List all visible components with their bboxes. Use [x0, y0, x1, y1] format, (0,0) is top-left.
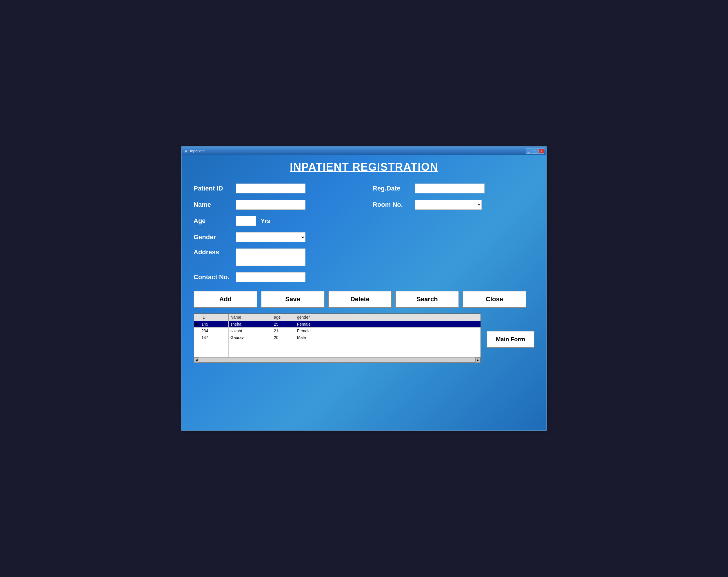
- minimize-button[interactable]: _: [526, 148, 531, 154]
- patient-id-input[interactable]: [236, 183, 306, 193]
- form-right: Reg.Date Room No. 101 102 103 104: [373, 183, 535, 282]
- table-row[interactable]: 234 sakshi 21 Female: [194, 328, 480, 334]
- cell-name-2: sakshi: [229, 328, 272, 334]
- col-header-gender: gender: [295, 314, 333, 321]
- form-left: Patient ID Name Age Yrs Gender: [193, 183, 355, 282]
- grid-header: ID Name age gender: [194, 314, 480, 321]
- scroll-right-button[interactable]: ▶: [475, 357, 480, 363]
- age-unit-label: Yrs: [261, 218, 270, 224]
- scroll-left-button[interactable]: ◀: [194, 357, 199, 363]
- main-window: 🖥 Inpatient _ □ X INPATIENT REGISTRATION…: [181, 146, 547, 431]
- col-header-name: Name: [229, 314, 272, 321]
- name-label: Name: [193, 201, 231, 208]
- cell-name-3: Gaurav: [229, 334, 272, 341]
- gender-label: Gender: [193, 233, 231, 241]
- row-arrow-1: ▶: [194, 321, 200, 327]
- title-bar: 🖥 Inpatient _ □ X: [182, 147, 546, 155]
- cell-age-1: 25: [272, 321, 295, 327]
- contact-label: Contact No.: [193, 273, 231, 281]
- cell-name-1: sneha: [229, 321, 272, 327]
- name-input[interactable]: [236, 200, 306, 210]
- delete-button[interactable]: Delete: [328, 291, 392, 308]
- gender-row: Gender Male Female Other: [193, 232, 355, 242]
- col-header-age: age: [272, 314, 295, 321]
- cell-id-1: 145: [200, 321, 229, 327]
- room-no-label: Room No.: [373, 201, 410, 208]
- cell-gender-1: Female: [295, 321, 333, 327]
- window-content: INPATIENT REGISTRATION Patient ID Name A…: [182, 155, 546, 430]
- save-button[interactable]: Save: [261, 291, 324, 308]
- table-row-empty: [194, 349, 480, 357]
- main-form-button[interactable]: Main Form: [487, 331, 535, 348]
- reg-date-row: Reg.Date: [373, 183, 535, 193]
- table-row[interactable]: 147 Gaurav 20 Male: [194, 334, 480, 341]
- patient-id-label: Patient ID: [193, 185, 231, 192]
- data-grid-section: ID Name age gender ▶ 145 sneha 25 Female…: [193, 313, 535, 363]
- grid-row-indicator-header: [194, 314, 200, 321]
- address-label: Address: [193, 249, 231, 256]
- close-button[interactable]: Close: [463, 291, 526, 308]
- cell-age-2: 21: [272, 328, 295, 334]
- age-input[interactable]: [236, 216, 256, 226]
- search-button[interactable]: Search: [395, 291, 459, 308]
- age-label: Age: [193, 217, 231, 225]
- address-row: Address: [193, 249, 355, 266]
- patient-id-row: Patient ID: [193, 183, 355, 193]
- col-header-id: ID: [200, 314, 229, 321]
- page-title: INPATIENT REGISTRATION: [193, 161, 535, 173]
- window-title: Inpatient: [190, 149, 205, 153]
- table-row-empty: [194, 341, 480, 349]
- cell-age-3: 20: [272, 334, 295, 341]
- cell-gender-3: Male: [295, 334, 333, 341]
- cell-id-2: 234: [200, 328, 229, 334]
- gender-select[interactable]: Male Female Other: [236, 232, 306, 242]
- window-icon: 🖥: [184, 149, 188, 153]
- maximize-button[interactable]: □: [532, 148, 538, 154]
- data-grid: ID Name age gender ▶ 145 sneha 25 Female…: [193, 313, 481, 363]
- add-button[interactable]: Add: [193, 291, 257, 308]
- title-bar-left: 🖥 Inpatient: [184, 149, 205, 153]
- address-input[interactable]: [236, 249, 306, 266]
- contact-input[interactable]: [236, 272, 306, 282]
- cell-gender-2: Female: [295, 328, 333, 334]
- grid-horizontal-scrollbar[interactable]: ◀ ▶: [194, 357, 480, 362]
- row-arrow-3: [194, 334, 200, 341]
- reg-date-input[interactable]: [415, 183, 485, 193]
- name-row: Name: [193, 200, 355, 210]
- title-bar-controls: _ □ X: [526, 148, 544, 154]
- close-window-button[interactable]: X: [539, 148, 544, 154]
- table-row[interactable]: ▶ 145 sneha 25 Female: [194, 321, 480, 328]
- row-arrow-2: [194, 328, 200, 334]
- contact-row: Contact No.: [193, 272, 355, 282]
- room-no-row: Room No. 101 102 103 104: [373, 200, 535, 210]
- reg-date-label: Reg.Date: [373, 185, 410, 192]
- buttons-row: Add Save Delete Search Close: [193, 291, 535, 308]
- room-no-select[interactable]: 101 102 103 104: [415, 200, 482, 210]
- cell-id-3: 147: [200, 334, 229, 341]
- form-section: Patient ID Name Age Yrs Gender: [193, 183, 535, 282]
- age-row: Age Yrs: [193, 216, 355, 226]
